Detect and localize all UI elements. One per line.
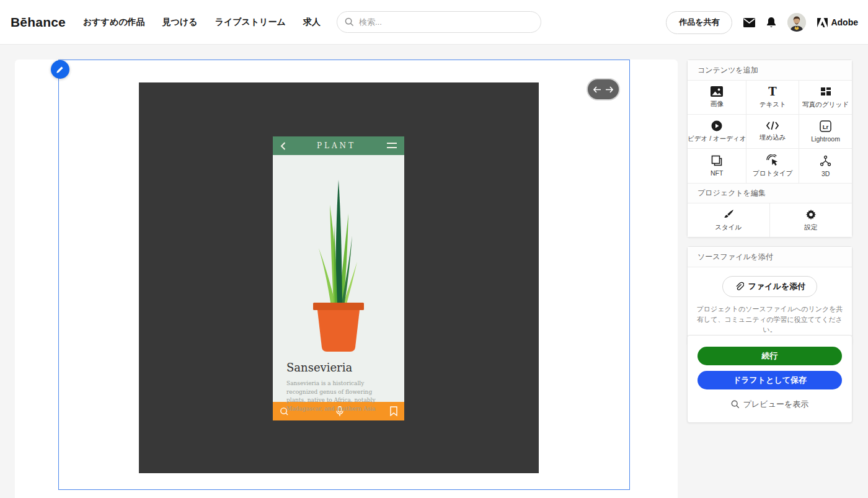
content-tools-panel: コンテンツを追加 画像 T テキスト 写真のグリッド ビデオ / オーディオ 埋… xyxy=(687,60,852,238)
play-circle-icon xyxy=(711,120,722,131)
tool-text[interactable]: T テキスト xyxy=(746,81,799,115)
gear-icon xyxy=(805,209,817,220)
arrow-right-icon xyxy=(605,86,614,93)
adobe-label: Adobe xyxy=(831,17,858,27)
search-icon xyxy=(345,17,354,27)
messages-button[interactable] xyxy=(743,18,755,27)
add-content-header: コンテンツを追加 xyxy=(688,60,852,81)
plant-app-header: PLANT xyxy=(273,136,404,155)
nav-right-group: 作品を共有 Adobe xyxy=(666,0,858,45)
menu-icon xyxy=(387,143,397,149)
tool-video-audio[interactable]: ビデオ / オーディオ xyxy=(688,115,746,149)
behance-logo[interactable]: Bēhance xyxy=(11,15,66,30)
lightroom-icon: Lr xyxy=(820,120,831,132)
3d-icon xyxy=(820,155,831,167)
mail-icon xyxy=(743,18,755,27)
user-avatar[interactable] xyxy=(787,13,806,32)
publish-actions-panel: 続行 ドラフトとして保存 プレビューを表示 xyxy=(687,335,852,423)
photo-grid-icon xyxy=(820,86,831,97)
tool-settings[interactable]: 設定 xyxy=(770,203,852,237)
attach-file-button[interactable]: ファイルを添付 xyxy=(722,276,818,297)
tool-style[interactable]: スタイル xyxy=(688,203,770,237)
adobe-link[interactable]: Adobe xyxy=(817,17,858,27)
tool-photo-grid[interactable]: 写真のグリッド xyxy=(799,81,852,115)
code-icon xyxy=(766,121,779,130)
plant-illustration xyxy=(295,169,382,355)
nav-item-livestream[interactable]: ライブストリーム xyxy=(215,17,286,28)
edit-project-grid: スタイル 設定 xyxy=(688,203,852,237)
project-image[interactable]: PLANT Sansevieria Sansevieria is a histo… xyxy=(139,82,539,473)
prototype-icon xyxy=(766,154,779,166)
paperclip-icon xyxy=(734,282,744,291)
show-preview-button[interactable]: プレビューを表示 xyxy=(698,399,842,410)
tool-lightroom[interactable]: Lr Lightroom xyxy=(799,115,852,149)
brush-icon xyxy=(723,209,734,220)
tool-prototype[interactable]: プロトタイプ xyxy=(746,149,799,183)
edit-module-button[interactable] xyxy=(51,60,69,79)
top-navbar: Bēhance おすすめの作品 見つける ライブストリーム 求人 作品を共有 A… xyxy=(0,0,868,45)
adobe-icon xyxy=(817,18,828,27)
plant-description: Sansevieria is a historically recognized… xyxy=(286,380,386,413)
source-files-header: ソースファイルを添付 xyxy=(688,247,852,267)
plant-app-screen: Sansevieria Sansevieria is a historicall… xyxy=(273,155,404,402)
nav-item-jobs[interactable]: 求人 xyxy=(303,17,321,28)
back-chevron-icon xyxy=(280,142,286,150)
edit-project-header: プロジェクトを編集 xyxy=(688,183,852,203)
bell-icon xyxy=(766,17,776,28)
add-content-grid: 画像 T テキスト 写真のグリッド ビデオ / オーディオ 埋め込み Lr Li… xyxy=(688,81,852,183)
preview-search-icon xyxy=(731,400,740,409)
pencil-icon xyxy=(56,65,64,74)
source-files-description: プロジェクトのソースファイルへのリンクを共有して、コミュニティの学習に役立ててく… xyxy=(696,304,843,335)
move-module-buttons[interactable] xyxy=(587,78,620,100)
bookmark-icon xyxy=(390,406,397,416)
search-box[interactable] xyxy=(337,11,541,33)
nft-icon xyxy=(711,155,722,166)
continue-button[interactable]: 続行 xyxy=(698,347,842,365)
save-draft-button[interactable]: ドラフトとして保存 xyxy=(698,371,842,389)
share-work-button[interactable]: 作品を共有 xyxy=(666,11,732,34)
tool-image[interactable]: 画像 xyxy=(688,81,746,115)
svg-text:Lr: Lr xyxy=(823,123,829,130)
text-icon: T xyxy=(767,86,778,97)
main-nav: おすすめの作品 見つける ライブストリーム 求人 xyxy=(83,17,321,28)
search-input[interactable] xyxy=(359,17,526,27)
arrow-left-icon xyxy=(593,86,601,93)
tool-embed[interactable]: 埋め込み xyxy=(746,115,799,149)
nav-item-discover[interactable]: 見つける xyxy=(162,17,198,28)
source-files-panel: ソースファイルを添付 ファイルを添付 プロジェクトのソースファイルへのリンクを共… xyxy=(687,246,852,345)
plant-app-title: PLANT xyxy=(317,141,356,150)
tool-nft[interactable]: NFT xyxy=(688,149,746,183)
plant-name-heading: Sansevieria xyxy=(286,361,352,374)
nav-item-featured[interactable]: おすすめの作品 xyxy=(83,17,145,28)
image-icon xyxy=(711,86,723,97)
tool-3d[interactable]: 3D xyxy=(799,149,852,183)
plant-app-mockup: PLANT Sansevieria Sansevieria is a histo… xyxy=(273,136,404,420)
notifications-button[interactable] xyxy=(766,17,776,28)
svg-text:T: T xyxy=(769,86,777,97)
